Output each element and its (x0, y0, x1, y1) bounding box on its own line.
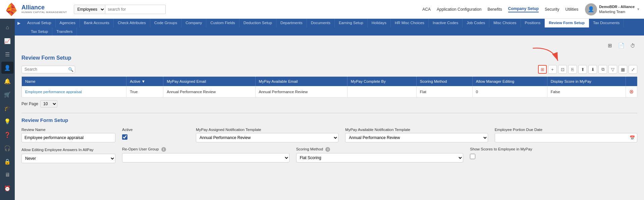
tab-review-form-setup[interactable]: Review Form Setup (545, 19, 589, 27)
tab-tax-setup[interactable]: Tax Setup (27, 27, 52, 36)
tab-earning-setup[interactable]: Earning Setup (335, 19, 368, 27)
sidebar-graduation-icon[interactable]: 🎓 (1, 102, 13, 114)
history-btn[interactable]: ⏱ (628, 41, 637, 50)
table-clone-btn[interactable]: ⎘ (568, 65, 577, 74)
tab-tax-documents[interactable]: Tax Documents (589, 19, 624, 27)
tab-agencies[interactable]: Agencies (56, 19, 80, 27)
nav-security[interactable]: Security (545, 7, 559, 12)
tab-departments[interactable]: Departments (276, 19, 307, 27)
col-scoring: Scoring Method (416, 77, 472, 86)
table-export-btn[interactable]: ⬆ (578, 65, 587, 74)
search-icon: 🔍 (68, 67, 73, 72)
user-area: 👤 DemoBDR - Alliance Marketing Team ▼ (585, 3, 640, 15)
active-field: Active (122, 128, 189, 140)
table-add-highlighted-btn[interactable]: ⊞ (538, 65, 547, 74)
col-active[interactable]: Active ▼ (126, 77, 163, 86)
allow-editing-select[interactable]: Never Always Before Review Complete (21, 154, 115, 163)
tab-accrual-setup[interactable]: Accrual Setup (23, 19, 56, 27)
table-add-btn[interactable]: + (548, 65, 557, 74)
sidebar-lock-icon[interactable]: 🔒 (1, 155, 13, 168)
tab-bank-accounts[interactable]: Bank Accounts (80, 19, 114, 27)
sidebar-help-icon[interactable]: ❓ (1, 129, 13, 141)
due-date-input[interactable] (495, 134, 628, 141)
row-available-email: Annual Performance Review (255, 86, 347, 97)
table-search-input[interactable] (24, 67, 68, 72)
edit-record-btn[interactable]: 📄 (616, 41, 626, 50)
tab-transfers[interactable]: Transfers (52, 27, 77, 36)
row-assigned-email: Annual Performance Review (163, 86, 255, 97)
row-complete-by (347, 86, 416, 97)
tab-expand-btn[interactable]: ▶ (15, 19, 23, 27)
sidebar-chart-icon[interactable]: 📈 (1, 35, 13, 47)
tab-job-codes[interactable]: Job Codes (463, 19, 489, 27)
table-filter-btn[interactable]: ▽ (608, 65, 617, 74)
user-dropdown-chevron[interactable]: ▼ (637, 7, 640, 11)
calendar-icon[interactable]: 📅 (628, 135, 637, 140)
show-scores-checkbox[interactable] (470, 154, 475, 159)
tab-code-groups[interactable]: Code Groups (150, 19, 181, 27)
logo-main-text: Alliance (21, 4, 67, 11)
svg-marker-1 (9, 3, 11, 5)
scoring-method-field: Scoring Method ℹ Flat Scoring Weighted S… (296, 147, 464, 162)
reopen-select[interactable] (122, 153, 289, 162)
search-dropdown[interactable]: Employees (74, 5, 105, 14)
table-columns-btn[interactable]: ⧉ (598, 65, 607, 74)
delete-icon[interactable]: ⊗ (629, 89, 634, 94)
col-complete-by: MyPay Complete By (347, 77, 416, 86)
main-content: ▶ Accrual Setup Agencies Bank Accounts C… (15, 19, 644, 200)
available-template-select[interactable]: Annual Performance Review (345, 133, 488, 142)
col-assigned-email: MyPay Assigned Email (163, 77, 255, 86)
reopen-label: Re-Open User Group ℹ (122, 147, 289, 152)
tab-inactive-codes[interactable]: Inactive Codes (429, 19, 463, 27)
tab-company[interactable]: Company (181, 19, 206, 27)
sidebar-headset-icon[interactable]: 🎧 (1, 142, 13, 154)
row-delete[interactable]: ⊗ (626, 86, 637, 97)
sidebar-bell-icon[interactable]: 🔔 (1, 75, 13, 87)
nav-aca[interactable]: ACA (422, 7, 431, 12)
scoring-method-select[interactable]: Flat Scoring Weighted Scoring No Scoring (296, 153, 464, 162)
tab-misc-choices[interactable]: Misc Choices (489, 19, 521, 27)
active-checkbox[interactable] (122, 134, 127, 140)
table-import-btn[interactable]: ⬇ (588, 65, 597, 74)
data-table: Name Active ▼ MyPay Assigned Email MyPay… (21, 76, 637, 97)
due-date-input-area: 📅 (495, 133, 637, 142)
tab-positions[interactable]: Positions (521, 19, 545, 27)
tab-hr-misc-choices[interactable]: HR Misc Choices (391, 19, 429, 27)
nav-app-config[interactable]: Application Configuration (437, 7, 481, 12)
scoring-info-icon[interactable]: ℹ (325, 147, 330, 152)
tab-holidays[interactable]: Holidays (368, 19, 391, 27)
sidebar-user-icon[interactable]: 👤 (1, 62, 13, 74)
nav-company-setup[interactable]: Company Setup (508, 6, 539, 12)
sidebar-home-icon[interactable]: ⌂ (1, 21, 13, 34)
sidebar-clock-icon[interactable]: ⏰ (1, 182, 13, 194)
top-bar: Alliance HUMAN CAPITAL MANAGEMENT Employ… (0, 0, 644, 19)
tab-documents[interactable]: Documents (307, 19, 335, 27)
nav-benefits[interactable]: Benefits (487, 7, 502, 12)
tab-custom-fields[interactable]: Custom Fields (206, 19, 239, 27)
layout: ⌂ 📈 ☰ 👤 🔔 🛒 🎓 💡 ❓ 🎧 🔒 🖥 ⏰ ▶ Accrual Setu… (0, 19, 644, 200)
per-page-select[interactable]: 10 25 50 100 (40, 100, 57, 108)
sidebar-menu-icon[interactable]: ☰ (1, 48, 13, 60)
tab-check-attributes[interactable]: Check Attributes (114, 19, 150, 27)
table-copy-btn[interactable]: ⊡ (558, 65, 567, 74)
sidebar-cart-icon[interactable]: 🛒 (1, 88, 13, 101)
nav-utilities[interactable]: Utilities (565, 7, 578, 12)
due-date-label: Employee Portion Due Date (495, 128, 637, 132)
row-name[interactable]: Employee performance appraisal (22, 86, 126, 97)
top-search-input[interactable] (105, 5, 166, 14)
sidebar-desktop-icon[interactable]: 🖥 (1, 169, 13, 181)
table-search-box: 🔍 (21, 66, 75, 73)
sidebar-bulb-icon[interactable]: 💡 (1, 115, 13, 127)
form-section-title: Review Form Setup (21, 117, 637, 123)
assigned-template-select[interactable]: Annual Performance Review (196, 133, 338, 142)
view-grid-btn[interactable]: ⊞ (605, 41, 614, 50)
tab-deduction-setup[interactable]: Deduction Setup (239, 19, 276, 27)
section-divider (21, 113, 637, 113)
form-grid-row2: Allow Editing Employee Answers In AllPay… (21, 147, 637, 163)
per-page-row: Per Page 10 25 50 100 (21, 100, 637, 108)
col-available-email: MyPay Available Email (255, 77, 347, 86)
table-settings-btn[interactable]: ▦ (619, 65, 627, 74)
review-name-input[interactable] (21, 133, 115, 142)
reopen-info-icon[interactable]: ℹ (161, 147, 166, 152)
table-expand-btn[interactable]: ⤢ (629, 65, 637, 74)
